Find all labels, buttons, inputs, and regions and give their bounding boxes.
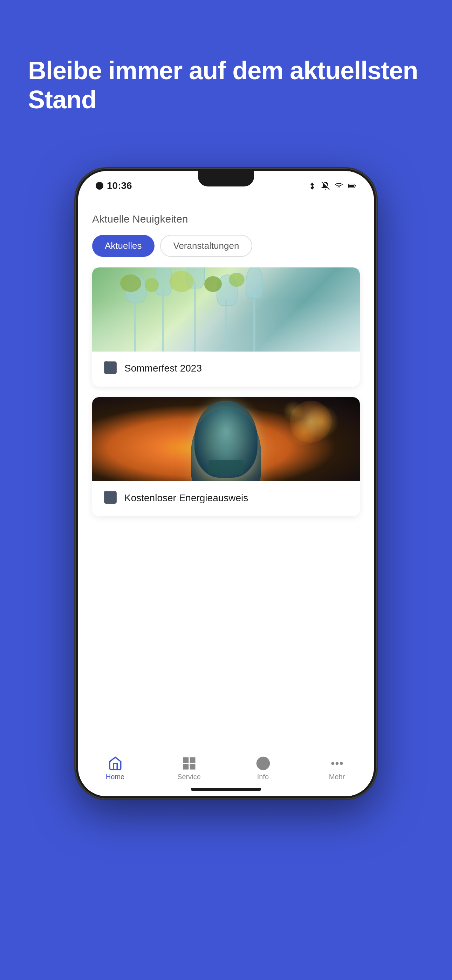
svg-rect-13 — [105, 492, 108, 495]
nav-info[interactable]: Info — [226, 756, 300, 781]
svg-rect-17 — [190, 765, 194, 769]
energieausweis-title: Kostenloser Energieausweis — [124, 492, 248, 504]
status-icons — [308, 181, 357, 190]
wifi-icon — [334, 181, 343, 190]
energieausweis-doc-icon — [103, 490, 118, 506]
svg-point-22 — [331, 762, 334, 765]
filter-tabs: Aktuelles Veranstaltungen — [92, 235, 360, 257]
tab-aktuelles[interactable]: Aktuelles — [92, 235, 154, 257]
section-title: Aktuelle Neuigkeiten — [92, 213, 360, 225]
svg-rect-15 — [190, 758, 194, 762]
hero-title: Bleibe immer auf dem aktuellsten Stand — [28, 56, 424, 114]
nav-info-label: Info — [257, 773, 269, 781]
nav-home[interactable]: Home — [78, 756, 152, 781]
svg-rect-8 — [105, 362, 108, 365]
grid-icon — [182, 756, 197, 771]
card-sommerfest[interactable]: Sommerfest 2023 — [92, 267, 360, 387]
app-header: Aktuelle Neuigkeiten Aktuelles Veranstal… — [78, 196, 374, 267]
card-sommerfest-body: Sommerfest 2023 — [92, 352, 360, 387]
card-energieausweis[interactable]: Kostenloser Energieausweis — [92, 397, 360, 516]
svg-rect-3 — [349, 185, 354, 187]
nav-mehr-label: Mehr — [329, 773, 345, 781]
card-energieausweis-image — [92, 397, 360, 481]
svg-rect-14 — [184, 758, 188, 762]
more-icon — [330, 756, 344, 771]
svg-point-24 — [340, 762, 342, 765]
sommerfest-doc-icon — [103, 360, 118, 377]
cards-container: Sommerfest 2023 — [78, 267, 374, 751]
card-energieausweis-body: Kostenloser Energieausweis — [92, 481, 360, 516]
app-content: Aktuelle Neuigkeiten Aktuelles Veranstal… — [78, 196, 374, 751]
svg-rect-16 — [184, 765, 188, 769]
bell-off-icon — [321, 181, 330, 190]
phone-notch — [198, 171, 254, 186]
status-time: 10:36 — [95, 180, 132, 191]
nav-home-label: Home — [106, 773, 124, 781]
info-icon — [256, 756, 271, 771]
home-indicator — [191, 788, 261, 791]
home-icon — [108, 756, 123, 771]
card-sommerfest-image — [92, 267, 360, 352]
phone-screen: 10:36 — [78, 171, 374, 796]
svg-point-23 — [336, 762, 338, 765]
bluetooth-icon — [308, 181, 317, 190]
sommerfest-photo — [92, 267, 360, 352]
nav-service-label: Service — [177, 773, 201, 781]
battery-icon — [348, 181, 357, 190]
nav-mehr[interactable]: Mehr — [300, 756, 374, 781]
svg-point-21 — [263, 760, 264, 761]
phone-device: 10:36 — [75, 168, 377, 799]
energieausweis-photo — [92, 397, 360, 481]
camera-dot — [95, 182, 103, 189]
nav-service[interactable]: Service — [152, 756, 226, 781]
sommerfest-title: Sommerfest 2023 — [124, 363, 202, 374]
tab-veranstaltungen[interactable]: Veranstaltungen — [160, 235, 253, 257]
